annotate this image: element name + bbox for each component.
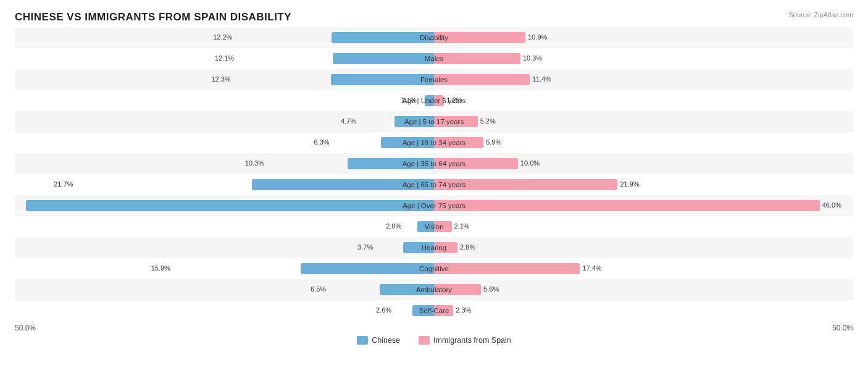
val-left: 6.3% <box>314 138 329 146</box>
row-label: Age | 5 to 17 years <box>404 118 464 125</box>
chart-row: Age | 5 to 17 years4.7%5.2% <box>15 111 853 132</box>
row-label: Hearing <box>422 244 446 251</box>
bar-right <box>434 74 530 85</box>
val-left: 21.7% <box>54 180 73 188</box>
val-right: 11.4% <box>532 75 551 83</box>
chart-row: Age | 65 to 74 years21.7%21.9% <box>15 174 853 195</box>
val-left: 15.9% <box>151 264 170 272</box>
row-label: Females <box>420 76 448 83</box>
row-label: Ambulatory <box>416 286 452 293</box>
val-right: 46.0% <box>822 201 841 209</box>
val-left: 2.0% <box>386 222 401 230</box>
axis-row: 50.0% 50.0% <box>15 324 853 332</box>
chart-row: Females12.3%11.4% <box>15 69 853 90</box>
val-right: 1.2% <box>446 96 462 104</box>
val-left: 12.1% <box>215 54 234 62</box>
val-right: 2.1% <box>454 222 470 230</box>
legend-immigrants: Immigrants from Spain <box>419 336 511 345</box>
bar-left <box>26 200 434 211</box>
val-right: 21.9% <box>620 180 639 188</box>
legend-immigrants-icon <box>419 336 430 345</box>
val-left: 1.1% <box>401 96 417 104</box>
val-left: 12.3% <box>211 75 230 83</box>
val-left: 2.6% <box>376 306 391 314</box>
val-left: 3.7% <box>357 243 373 251</box>
val-right: 2.8% <box>460 243 475 251</box>
legend: Chinese Immigrants from Spain <box>15 336 853 345</box>
bar-left <box>301 263 434 274</box>
chart-row: Age | 18 to 34 years6.3%5.9% <box>15 132 853 153</box>
bar-left <box>333 53 434 64</box>
row-label: Age | Over 75 years <box>403 202 465 209</box>
row-label: Vision <box>424 223 443 230</box>
val-left: 4.7% <box>341 117 356 125</box>
bar-left <box>332 32 434 43</box>
val-right: 5.6% <box>483 285 499 293</box>
chart-row: Vision2.0%2.1% <box>15 216 853 237</box>
row-label: Age | 18 to 34 years <box>403 139 466 146</box>
chart-row: Age | 35 to 64 years10.3%10.0% <box>15 153 853 174</box>
chart-row: Ambulatory6.5%5.6% <box>15 279 853 300</box>
bar-left <box>331 74 434 85</box>
chart-title: CHINESE VS IMMIGRANTS FROM SPAIN DISABIL… <box>15 11 853 23</box>
val-right: 5.9% <box>486 138 501 146</box>
val-right: 5.2% <box>480 117 496 125</box>
bar-right <box>434 263 580 274</box>
val-right: 10.9% <box>528 33 547 41</box>
chart-row: Disability12.2%10.9% <box>15 27 853 48</box>
row-label: Disability <box>420 34 448 41</box>
val-left: 6.5% <box>311 285 326 293</box>
val-left: 10.3% <box>245 159 264 167</box>
axis-right: 50.0% <box>832 324 853 332</box>
legend-immigrants-label: Immigrants from Spain <box>433 336 511 345</box>
chart-area: Disability12.2%10.9%Males12.1%10.3%Femal… <box>15 27 853 321</box>
chart-row: Age | Over 75 years48.7%46.0% <box>15 195 853 216</box>
row-label: Cognitive <box>419 265 449 272</box>
row-label: Self-Care <box>419 307 449 314</box>
row-label: Age | 65 to 74 years <box>403 181 466 188</box>
chart-row: Males12.1%10.3% <box>15 48 853 69</box>
chart-row: Self-Care2.6%2.3% <box>15 300 853 321</box>
legend-chinese-icon <box>357 336 368 345</box>
val-right: 10.3% <box>523 54 542 62</box>
val-right: 2.3% <box>456 306 471 314</box>
chart-container: CHINESE VS IMMIGRANTS FROM SPAIN DISABIL… <box>0 0 868 378</box>
chart-row: Cognitive15.9%17.4% <box>15 258 853 279</box>
legend-chinese: Chinese <box>357 336 400 345</box>
axis-left: 50.0% <box>15 324 36 332</box>
source-label: Source: ZipAtlas.com <box>788 11 853 19</box>
chart-row: Age | Under 5 years1.1%1.2% <box>15 90 853 111</box>
val-right: 10.0% <box>520 159 540 167</box>
bar-right <box>434 53 520 64</box>
val-right: 17.4% <box>582 264 601 272</box>
row-label: Age | 35 to 64 years <box>403 160 466 167</box>
row-label: Males <box>425 55 444 62</box>
val-left: 12.2% <box>213 33 232 41</box>
chart-row: Hearing3.7%2.8% <box>15 237 853 258</box>
bar-right <box>434 200 820 211</box>
legend-chinese-label: Chinese <box>372 336 400 345</box>
